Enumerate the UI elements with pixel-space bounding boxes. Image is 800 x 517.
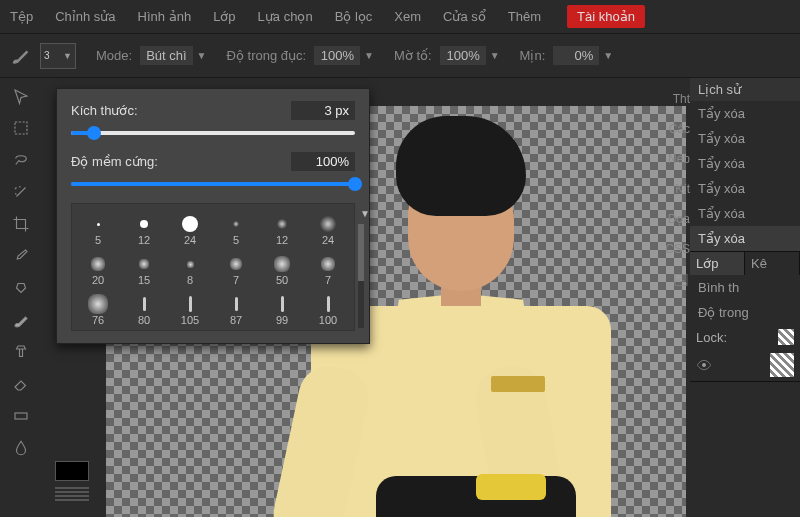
layers-panel: Lớp Kê Bình th Độ trong Lock: <box>690 252 800 382</box>
history-row[interactable]: Tẩy xóa <box>690 101 800 126</box>
tools-panel <box>0 78 42 462</box>
foreground-color[interactable] <box>55 461 89 481</box>
brush-preset[interactable]: 76 <box>76 288 120 326</box>
size-label: Kích thước: <box>71 103 138 118</box>
brush-preset[interactable]: 5 <box>214 208 258 246</box>
mini-tab-5[interactable]: CSS <box>665 242 690 256</box>
mini-tabs: Tht Các Néb Kít Đọa CSS <box>654 92 690 291</box>
menu-edit[interactable]: Chỉnh sửa <box>55 9 115 24</box>
menu-file[interactable]: Tệp <box>10 9 33 24</box>
mini-tab-3[interactable]: Kít <box>675 182 690 196</box>
lock-transparency-icon[interactable] <box>778 329 794 345</box>
brush-preset[interactable]: 50 <box>260 248 304 286</box>
marquee-tool[interactable] <box>6 114 36 142</box>
mini-tab-4[interactable]: Đọa <box>668 212 690 226</box>
brush-preset[interactable]: 15 <box>122 248 166 286</box>
blur-tool[interactable] <box>6 434 36 462</box>
account-button[interactable]: Tài khoản <box>567 5 645 28</box>
chevron-down-icon: ▼ <box>603 50 613 61</box>
brush-preset[interactable]: 100 <box>306 288 350 326</box>
brush-icon <box>10 45 32 67</box>
eyedropper-tool[interactable] <box>6 242 36 270</box>
brush-preset[interactable]: 7 <box>214 248 258 286</box>
brush-preset[interactable]: 24 <box>168 208 212 246</box>
eraser-tool[interactable] <box>6 370 36 398</box>
mode-label: Mode: <box>96 48 132 63</box>
presets-menu-icon[interactable]: ▼ <box>360 208 370 219</box>
image-icon[interactable] <box>672 272 690 291</box>
menu-select[interactable]: Lựa chọn <box>258 9 313 24</box>
blur-label: Mờ tố: <box>394 48 432 63</box>
brush-size-chip[interactable]: 3 ▼ <box>40 43 76 69</box>
heal-tool[interactable] <box>6 274 36 302</box>
opacity-label: Độ trong đục: <box>227 48 307 63</box>
menu-filter[interactable]: Bộ lọc <box>335 9 373 24</box>
chevron-down-icon: ▼ <box>63 51 72 61</box>
presets-scrollbar[interactable] <box>358 224 364 328</box>
history-tab[interactable]: Lịch sử <box>690 78 800 101</box>
mode-select[interactable]: Bút chì ▼ <box>140 46 206 65</box>
mini-tab-1[interactable]: Các <box>669 122 690 136</box>
move-tool[interactable] <box>6 82 36 110</box>
brush-preset[interactable]: 12 <box>260 208 304 246</box>
brush-preset[interactable]: 7 <box>306 248 350 286</box>
brush-preset[interactable]: 87 <box>214 288 258 326</box>
swatch-options-icon[interactable] <box>55 487 89 501</box>
hardness-slider[interactable] <box>71 177 355 189</box>
menu-bar: Tệp Chỉnh sửa Hình ảnh Lớp Lựa chọn Bộ l… <box>0 0 800 34</box>
blur-select[interactable]: 100% ▼ <box>440 46 500 65</box>
tab-channels[interactable]: Kê <box>745 252 800 275</box>
smooth-select[interactable]: 0% ▼ <box>553 46 613 65</box>
brush-preset[interactable]: 105 <box>168 288 212 326</box>
history-row[interactable]: Tẩy xóa <box>690 201 800 226</box>
brush-chip-size: 3 <box>44 50 50 61</box>
eye-icon[interactable] <box>696 357 712 373</box>
svg-rect-1 <box>15 413 27 419</box>
history-row[interactable]: Tẩy xóa <box>690 126 800 151</box>
smooth-value: 0% <box>553 46 599 65</box>
clone-tool[interactable] <box>6 338 36 366</box>
menu-view[interactable]: Xem <box>394 9 421 24</box>
brush-presets-grid: ▼ 512245122420158750776801058799100 <box>71 203 355 331</box>
brush-preset[interactable]: 8 <box>168 248 212 286</box>
brush-preset[interactable]: 24 <box>306 208 350 246</box>
blend-mode-select[interactable]: Bình th <box>690 275 800 300</box>
brush-preset[interactable]: 12 <box>122 208 166 246</box>
svg-rect-0 <box>15 122 27 134</box>
layer-opacity-label: Độ trong <box>690 300 800 325</box>
opacity-select[interactable]: 100% ▼ <box>314 46 374 65</box>
lasso-tool[interactable] <box>6 146 36 174</box>
size-slider[interactable] <box>71 126 355 138</box>
menu-image[interactable]: Hình ảnh <box>138 9 192 24</box>
crop-tool[interactable] <box>6 210 36 238</box>
size-input[interactable]: 3 px <box>291 101 355 120</box>
hardness-input[interactable]: 100% <box>291 152 355 171</box>
svg-rect-2 <box>675 275 687 286</box>
svg-point-3 <box>702 363 706 367</box>
brush-settings-popup: Kích thước: 3 px Độ mềm cứng: 100% ▼ 512… <box>56 88 370 344</box>
menu-layer[interactable]: Lớp <box>213 9 235 24</box>
brush-tool[interactable] <box>6 306 36 334</box>
wand-tool[interactable] <box>6 178 36 206</box>
brush-preset[interactable]: 20 <box>76 248 120 286</box>
history-row[interactable]: Tẩy xóa <box>690 151 800 176</box>
brush-preset[interactable]: 5 <box>76 208 120 246</box>
gradient-tool[interactable] <box>6 402 36 430</box>
history-row[interactable]: Tẩy xóa <box>690 176 800 201</box>
menu-more[interactable]: Thêm <box>508 9 541 24</box>
brush-preset[interactable]: 80 <box>122 288 166 326</box>
tool-options-bar: 3 ▼ Mode: Bút chì ▼ Độ trong đục: 100% ▼… <box>0 34 800 78</box>
layer-thumb[interactable] <box>770 353 794 377</box>
history-row[interactable]: Tẩy xóa <box>690 226 800 251</box>
color-swatches <box>42 457 102 517</box>
right-panels: Tht Các Néb Kít Đọa CSS Lịch sử Tẩy xóa … <box>690 78 800 517</box>
brush-preset[interactable]: 99 <box>260 288 304 326</box>
history-panel: Lịch sử Tẩy xóa Tẩy xóa Tẩy xóa Tẩy xóa … <box>690 78 800 252</box>
chevron-down-icon: ▼ <box>490 50 500 61</box>
tab-layers[interactable]: Lớp <box>690 252 745 275</box>
mini-tab-0[interactable]: Tht <box>673 92 690 106</box>
menu-window[interactable]: Cửa sổ <box>443 9 486 24</box>
mini-tab-2[interactable]: Néb <box>668 152 690 166</box>
hardness-label: Độ mềm cứng: <box>71 154 158 169</box>
mode-value: Bút chì <box>140 46 192 65</box>
